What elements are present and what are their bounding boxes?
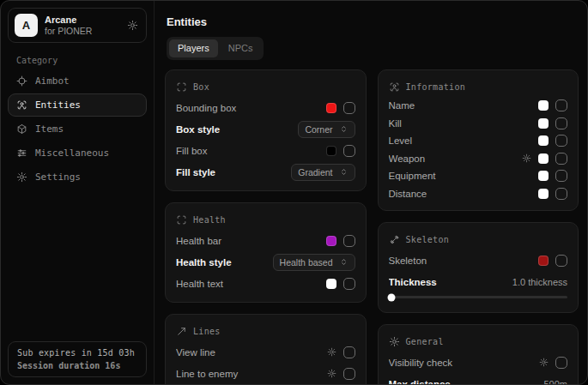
card-box: BoxBounding boxBox styleCornerFill boxFi…: [165, 69, 367, 191]
sidebar-nav: AimbotEntitiesItemsMiscellaneousSettings: [8, 69, 147, 189]
row-line-to-enemy: Line to enemy: [176, 363, 355, 384]
row-label: Visibility check: [389, 358, 533, 368]
color-swatch[interactable]: [538, 135, 549, 146]
card-column-2: InformationNameKillLevelWeaponEquipmentD…: [378, 69, 579, 384]
checkbox[interactable]: [555, 99, 567, 111]
row-label: Line to enemy: [176, 369, 320, 379]
unfold-icon: [339, 167, 349, 177]
sidebar-item-aimbot[interactable]: Aimbot: [8, 69, 147, 93]
checkbox[interactable]: [555, 357, 567, 369]
card-health: HealthHealth barHealth styleHealth based…: [165, 202, 367, 303]
checkbox[interactable]: [555, 255, 567, 267]
unfold-icon: [339, 124, 349, 134]
row-label: Distance: [389, 189, 532, 199]
tab-bar: PlayersNPCs: [167, 37, 264, 60]
card-lines: LinesView lineLine to enemy: [165, 314, 367, 384]
card-general: GeneralVisibility checkMax distance500m: [378, 324, 579, 384]
session-duration-text: Session duration 16s: [17, 361, 137, 370]
row-label: Health text: [176, 279, 319, 289]
row-equipment: Equipment: [389, 167, 568, 185]
frame-icon: [176, 214, 187, 226]
row-label: Thickness: [389, 277, 506, 287]
slider-value: 1.0 thickness: [512, 277, 567, 287]
checkbox[interactable]: [555, 188, 567, 200]
checkbox[interactable]: [343, 346, 355, 358]
gear-icon[interactable]: [539, 358, 549, 367]
checkbox[interactable]: [343, 145, 355, 157]
row-health-style: Health styleHealth based: [176, 251, 355, 273]
card-title: Skeleton: [406, 235, 450, 244]
card-title: Box: [193, 82, 209, 92]
slider-thickness[interactable]: [389, 296, 568, 298]
color-swatch[interactable]: [538, 153, 549, 164]
cards-area: BoxBounding boxBox styleCornerFill boxFi…: [165, 69, 579, 384]
row-label: Fill style: [176, 167, 284, 177]
dropdown-health-style[interactable]: Health based: [273, 254, 355, 271]
card-header: Information: [389, 76, 568, 97]
card-header: General: [389, 331, 568, 352]
row-label: Max distance: [389, 379, 537, 384]
sidebar-item-settings[interactable]: Settings: [8, 165, 147, 189]
gear-icon[interactable]: [327, 347, 336, 357]
row-distance: Distance: [389, 185, 568, 203]
checkbox[interactable]: [555, 153, 567, 165]
checkbox[interactable]: [343, 102, 355, 114]
category-label: Category: [16, 56, 147, 65]
checkbox[interactable]: [343, 368, 355, 380]
row-label: View line: [176, 347, 320, 358]
arcane-menu-window: A Arcane for PIONER Category AimbotEntit…: [0, 0, 588, 385]
color-swatch[interactable]: [326, 146, 336, 156]
sidebar-item-label: Entities: [35, 99, 81, 111]
dropdown-fill-style[interactable]: Gradient: [291, 164, 355, 181]
card-header: Box: [176, 76, 355, 97]
row-visibility-check: Visibility check: [389, 352, 568, 373]
slider-thumb[interactable]: [387, 293, 395, 301]
sidebar-item-items[interactable]: Items: [8, 117, 147, 141]
tab-players[interactable]: Players: [169, 39, 218, 57]
card-title: Information: [406, 82, 466, 92]
checkbox[interactable]: [555, 170, 567, 182]
brand-subtitle: for PIONER: [45, 27, 92, 36]
card-header: Lines: [176, 321, 355, 341]
row-label: Name: [389, 100, 532, 111]
checkbox[interactable]: [343, 278, 355, 290]
gear-icon: [16, 171, 27, 183]
color-swatch[interactable]: [538, 118, 549, 129]
sliders-icon: [16, 147, 27, 159]
row-label: Health bar: [176, 236, 319, 246]
color-swatch[interactable]: [538, 100, 549, 111]
color-swatch[interactable]: [538, 189, 549, 199]
checkbox[interactable]: [555, 135, 567, 147]
checkbox[interactable]: [555, 117, 567, 129]
card-information: InformationNameKillLevelWeaponEquipmentD…: [378, 69, 579, 211]
color-swatch[interactable]: [538, 256, 549, 266]
row-name: Name: [389, 97, 568, 115]
checkbox[interactable]: [343, 235, 355, 247]
tab-npcs[interactable]: NPCs: [220, 39, 262, 57]
sidebar-item-label: Miscellaneous: [35, 147, 109, 159]
card-column-1: BoxBounding boxBox styleCornerFill boxFi…: [165, 69, 367, 384]
row-max-distance: Max distance500m: [389, 373, 568, 384]
bone-icon: [389, 234, 400, 245]
brand-name: Arcane: [45, 15, 92, 25]
row-label: Weapon: [389, 153, 516, 164]
row-box-style: Box styleCorner: [176, 118, 355, 140]
color-swatch[interactable]: [326, 279, 336, 289]
row-label: Equipment: [389, 171, 532, 181]
sidebar-item-miscellaneous[interactable]: Miscellaneous: [8, 141, 147, 165]
gear-icon[interactable]: [127, 20, 138, 31]
gear-icon[interactable]: [522, 153, 531, 163]
row-label: Bounding box: [176, 103, 319, 113]
color-swatch[interactable]: [326, 236, 336, 246]
sidebar-item-entities[interactable]: Entities: [8, 93, 147, 117]
card-title: Lines: [193, 327, 221, 336]
color-swatch[interactable]: [538, 171, 549, 181]
subscription-card: Sub expires in 15d 03h Session duration …: [8, 341, 147, 377]
card-header: Skeleton: [389, 229, 568, 250]
sidebar-item-label: Items: [35, 123, 64, 135]
color-swatch[interactable]: [326, 103, 336, 113]
row-level: Level: [389, 132, 568, 150]
row-health-bar: Health bar: [176, 230, 355, 251]
dropdown-box-style[interactable]: Corner: [298, 121, 355, 138]
gear-icon[interactable]: [327, 369, 336, 378]
